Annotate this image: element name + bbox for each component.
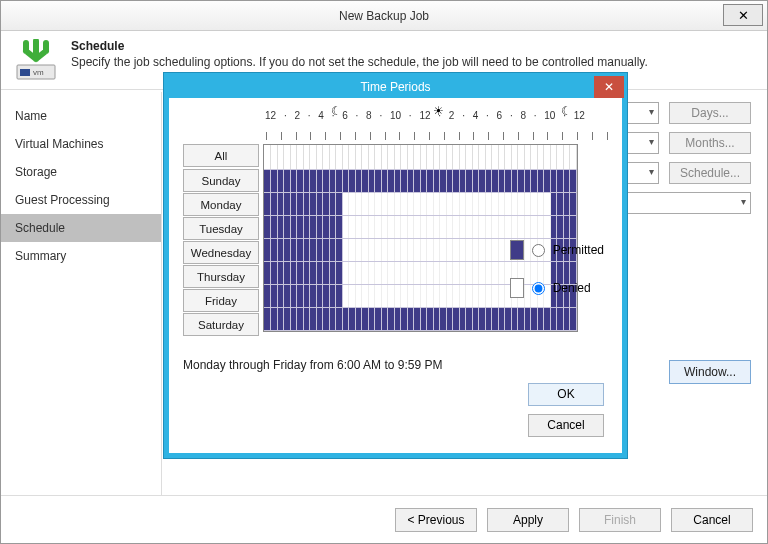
day-button-all[interactable]: All: [183, 144, 259, 167]
day-button-tuesday[interactable]: Tuesday: [183, 217, 259, 240]
schedule-button[interactable]: Schedule...: [669, 162, 751, 184]
dialog-close-button[interactable]: ✕: [594, 76, 624, 98]
svg-rect-1: [20, 69, 30, 76]
day-buttons: AllSundayMondayTuesdayWednesdayThursdayF…: [183, 144, 259, 337]
months-button[interactable]: Months...: [669, 132, 751, 154]
day-button-monday[interactable]: Monday: [183, 193, 259, 216]
wizard-nav: NameVirtual MachinesStorageGuest Process…: [1, 92, 161, 495]
apply-button[interactable]: Apply: [487, 508, 569, 532]
timescale: 12·2·4·6·8·10·12·2·4·6·8·10·12: [265, 110, 585, 121]
sidebar-item-guest-processing[interactable]: Guest Processing: [1, 186, 161, 214]
permitted-swatch: [510, 240, 524, 260]
moon-icon: ☾: [561, 104, 572, 118]
page-title: Schedule: [71, 39, 648, 53]
window-button[interactable]: Window...: [669, 360, 751, 384]
dialog-title: Time Periods: [360, 80, 430, 94]
denied-radio[interactable]: [532, 282, 545, 295]
sidebar-item-storage[interactable]: Storage: [1, 158, 161, 186]
chevron-down-icon: ▾: [649, 106, 654, 117]
sun-icon: ☀: [433, 104, 444, 118]
day-button-thursday[interactable]: Thursday: [183, 265, 259, 288]
cancel-button[interactable]: Cancel: [671, 508, 753, 532]
tick-marks: [264, 130, 622, 142]
page-subtitle: Specify the job scheduling options. If y…: [71, 55, 648, 69]
day-button-friday[interactable]: Friday: [183, 289, 259, 312]
permitted-label: Permitted: [553, 243, 604, 257]
svg-text:vm: vm: [33, 68, 44, 77]
legend: Permitted Denied: [510, 240, 604, 298]
chevron-down-icon: ▾: [649, 166, 654, 177]
chevron-down-icon: ▾: [649, 136, 654, 147]
denied-label: Denied: [553, 281, 591, 295]
day-button-saturday[interactable]: Saturday: [183, 313, 259, 336]
schedule-icon: vm: [11, 39, 61, 83]
selection-summary: Monday through Friday from 6:00 AM to 9:…: [183, 358, 442, 372]
moon-icon: ☾: [331, 104, 342, 118]
dialog-titlebar: Time Periods ✕: [167, 76, 624, 98]
ok-button[interactable]: OK: [528, 383, 604, 406]
day-button-wednesday[interactable]: Wednesday: [183, 241, 259, 264]
titlebar: New Backup Job ✕: [1, 1, 767, 31]
permitted-radio[interactable]: [532, 244, 545, 257]
day-button-sunday[interactable]: Sunday: [183, 169, 259, 192]
previous-button[interactable]: < Previous: [395, 508, 477, 532]
wizard-footer: < Previous Apply Finish Cancel: [1, 495, 767, 543]
close-button[interactable]: ✕: [723, 4, 763, 26]
time-periods-dialog: Time Periods ✕ 12·2·4·6·8·10·12·2·4·6·8·…: [164, 73, 627, 458]
chevron-down-icon: ▾: [741, 196, 746, 207]
close-icon: ✕: [738, 8, 749, 23]
legend-denied[interactable]: Denied: [510, 278, 604, 298]
days-button[interactable]: Days...: [669, 102, 751, 124]
sidebar-item-summary[interactable]: Summary: [1, 242, 161, 270]
sidebar-item-virtual-machines[interactable]: Virtual Machines: [1, 130, 161, 158]
sidebar-item-name[interactable]: Name: [1, 102, 161, 130]
denied-swatch: [510, 278, 524, 298]
time-grid[interactable]: [263, 144, 578, 332]
window-title: New Backup Job: [339, 9, 429, 23]
sidebar-item-schedule[interactable]: Schedule: [1, 214, 161, 242]
dialog-cancel-button[interactable]: Cancel: [528, 414, 604, 437]
legend-permitted[interactable]: Permitted: [510, 240, 604, 260]
close-icon: ✕: [604, 80, 614, 94]
finish-button: Finish: [579, 508, 661, 532]
